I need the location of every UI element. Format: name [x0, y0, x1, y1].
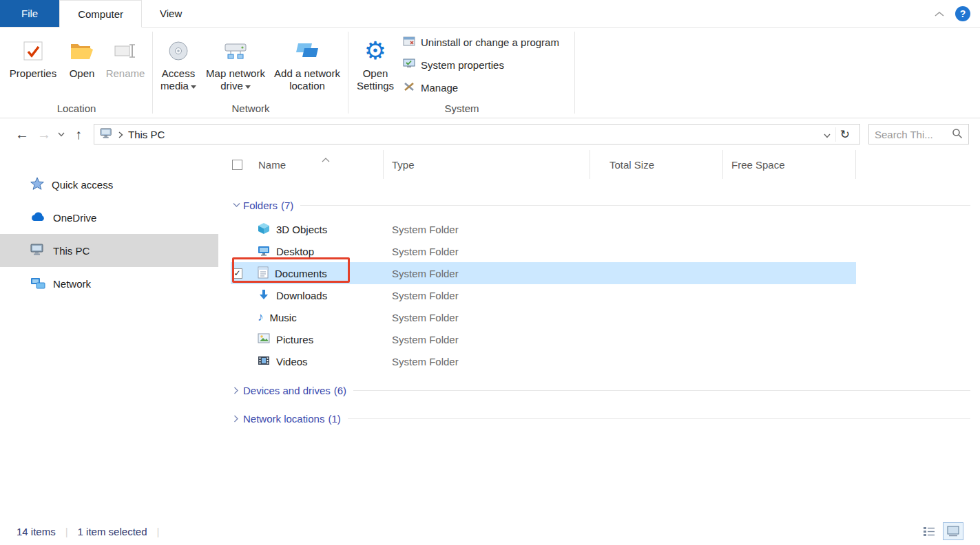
- file-name: Documents: [275, 268, 327, 279]
- chevron-right-icon[interactable]: [231, 387, 242, 394]
- open-settings-label: Open Settings: [354, 67, 397, 92]
- group-separator-line: [348, 418, 970, 419]
- forward-icon[interactable]: →: [33, 124, 55, 145]
- group-label: Network locations: [243, 413, 324, 425]
- selection-count: 1 item selected: [78, 526, 147, 537]
- system-properties-button[interactable]: System properties: [403, 56, 504, 74]
- cloud-icon: [30, 211, 45, 224]
- properties-label: Properties: [10, 67, 56, 80]
- file-name: Videos: [276, 356, 308, 367]
- computer-icon: [100, 128, 114, 141]
- column-headers: Name Type Total Size Free Space: [231, 150, 972, 179]
- search-icon[interactable]: [952, 128, 963, 141]
- tab-computer[interactable]: Computer: [59, 0, 142, 28]
- file-type: System Folder: [384, 290, 590, 301]
- file-row-pictures[interactable]: Pictures System Folder: [231, 328, 856, 350]
- sidebar-item-network[interactable]: Network: [0, 267, 218, 300]
- column-header-type[interactable]: Type: [384, 150, 590, 179]
- breadcrumb-chevron-icon: [118, 129, 123, 140]
- group-label: Folders: [243, 200, 278, 211]
- address-bar[interactable]: This PC ↻: [94, 124, 860, 145]
- uninstall-program-label: Uninstall or change a program: [421, 36, 559, 48]
- rename-icon: [114, 36, 136, 66]
- settings-gear-icon: ⚙: [364, 36, 386, 66]
- sort-ascending-icon: [322, 153, 330, 164]
- row-checkbox[interactable]: ✓: [232, 268, 242, 279]
- file-row-desktop[interactable]: Desktop System Folder: [231, 240, 856, 262]
- status-divider: |: [157, 526, 160, 537]
- file-explorer-window: File Computer View ? Properties Open: [0, 0, 980, 545]
- breadcrumb[interactable]: This PC: [128, 129, 165, 140]
- file-row-downloads[interactable]: Downloads System Folder: [231, 284, 856, 306]
- column-header-free-space[interactable]: Free Space: [723, 150, 856, 179]
- items-count: 14 items: [17, 526, 56, 537]
- desktop-icon: [258, 244, 270, 259]
- media-disc-icon: [167, 36, 189, 66]
- history-dropdown-icon[interactable]: [55, 132, 67, 137]
- file-list-pane: Name Type Total Size Free Space Folders …: [218, 150, 980, 517]
- address-toolbar: ← → ↑ This PC ↻: [0, 118, 980, 150]
- file-row-music[interactable]: ♪ Music System Folder: [231, 306, 856, 328]
- file-row-videos[interactable]: Videos System Folder: [231, 350, 856, 372]
- documents-icon: [258, 266, 269, 281]
- rename-button[interactable]: Rename: [102, 36, 149, 80]
- help-icon[interactable]: ?: [955, 6, 970, 21]
- group-count: (1): [328, 413, 340, 425]
- network-icon: [30, 277, 45, 291]
- downloads-icon: [258, 288, 270, 303]
- map-network-drive-button[interactable]: Map network drive: [201, 36, 270, 92]
- pictures-icon: [258, 333, 270, 346]
- chevron-right-icon[interactable]: [231, 415, 242, 423]
- open-button[interactable]: Open: [59, 36, 105, 80]
- group-separator-line: [353, 390, 970, 391]
- chevron-down-icon[interactable]: [231, 202, 242, 208]
- group-header-folders[interactable]: Folders (7): [231, 195, 972, 215]
- sidebar-item-quick-access[interactable]: Quick access: [0, 168, 218, 201]
- file-type: System Folder: [384, 356, 590, 367]
- sidebar-item-onedrive[interactable]: OneDrive: [0, 201, 218, 234]
- properties-button[interactable]: Properties: [10, 36, 56, 80]
- file-row-documents[interactable]: ✓ Documents System Folder: [231, 262, 856, 284]
- group-label-network: Network: [153, 103, 348, 114]
- open-folder-icon: [70, 36, 94, 66]
- group-count: (7): [281, 200, 293, 211]
- tab-view[interactable]: View: [142, 0, 200, 27]
- search-box: [868, 124, 969, 145]
- ribbon-tab-bar: File Computer View ?: [0, 0, 980, 28]
- group-label-location: Location: [0, 103, 153, 114]
- group-divider: [574, 32, 575, 114]
- group-header-devices-and-drives[interactable]: Devices and drives (6): [231, 380, 972, 400]
- manage-button[interactable]: Manage: [403, 78, 458, 96]
- access-media-label: Access media: [157, 67, 200, 92]
- sidebar-label: Quick access: [52, 179, 113, 191]
- column-header-total-size[interactable]: Total Size: [590, 150, 723, 179]
- file-name: Music: [270, 312, 297, 323]
- refresh-icon[interactable]: ↻: [835, 127, 854, 142]
- access-media-button[interactable]: Access media: [157, 36, 200, 92]
- system-properties-icon: [403, 58, 415, 72]
- status-divider: |: [65, 526, 68, 537]
- sidebar-label: This PC: [53, 245, 90, 257]
- status-bar: 14 items | 1 item selected |: [0, 517, 980, 545]
- file-row-3d-objects[interactable]: 3D Objects System Folder: [231, 218, 856, 240]
- open-label: Open: [70, 67, 95, 80]
- search-input[interactable]: [875, 129, 948, 140]
- address-dropdown-icon[interactable]: [824, 129, 831, 140]
- thumbnails-view-button[interactable]: [943, 522, 963, 540]
- network-location-icon: [295, 36, 319, 66]
- add-network-location-button[interactable]: Add a network location: [269, 36, 345, 92]
- details-view-button[interactable]: [919, 522, 939, 540]
- column-header-name[interactable]: Name: [249, 150, 384, 179]
- group-header-network-locations[interactable]: Network locations (1): [231, 408, 972, 429]
- collapse-ribbon-icon[interactable]: [935, 8, 944, 19]
- tab-file[interactable]: File: [0, 0, 59, 27]
- uninstall-program-button[interactable]: Uninstall or change a program: [403, 33, 559, 51]
- back-icon[interactable]: ←: [11, 124, 33, 145]
- computer-icon: [30, 244, 45, 258]
- file-type: System Folder: [384, 268, 590, 279]
- open-settings-button[interactable]: ⚙ Open Settings: [354, 36, 397, 92]
- sidebar-item-this-pc[interactable]: This PC: [0, 234, 218, 267]
- up-icon[interactable]: ↑: [67, 124, 90, 145]
- navigation-pane: Quick access OneDrive This PC Network: [0, 150, 218, 517]
- select-all-checkbox[interactable]: [231, 150, 249, 179]
